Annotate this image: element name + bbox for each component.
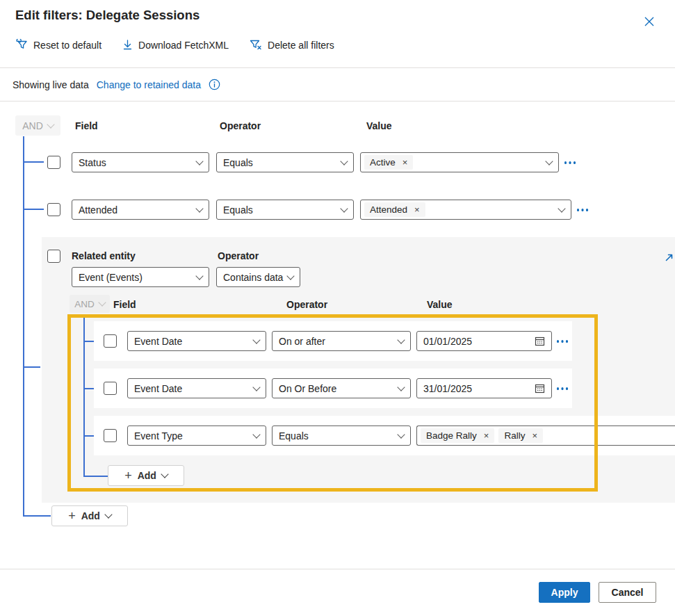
root-add-button[interactable]: + Add xyxy=(51,505,128,526)
chevron-down-icon xyxy=(397,336,405,343)
more-options-button[interactable] xyxy=(564,159,577,167)
group-add-label: Add xyxy=(138,470,156,481)
date-value-field[interactable] xyxy=(416,378,552,398)
root-logical-operator-dropdown: AND xyxy=(15,115,60,136)
plus-icon: + xyxy=(68,510,76,521)
tree-connector xyxy=(23,209,44,210)
row-checkbox[interactable] xyxy=(47,203,60,216)
change-to-retained-data-link[interactable]: Change to retained data xyxy=(97,79,201,90)
operator-dropdown[interactable]: Equals xyxy=(272,425,411,446)
reset-to-default-button[interactable]: Reset to default xyxy=(15,39,101,51)
operator-dropdown[interactable]: Equals xyxy=(216,200,354,220)
value-tag-label: Badge Rally xyxy=(426,430,477,441)
field-dropdown[interactable]: Event Type xyxy=(127,425,266,446)
group-logical-operator-label: AND xyxy=(74,299,95,309)
calendar-icon[interactable] xyxy=(535,383,545,394)
tree-connector xyxy=(23,161,44,163)
tree-connector xyxy=(23,136,24,516)
chevron-down-icon xyxy=(340,204,348,212)
field-dropdown[interactable]: Event Date xyxy=(127,331,266,351)
group-column-header-operator: Operator xyxy=(286,299,327,310)
tag-remove-icon[interactable]: × xyxy=(414,205,420,214)
group-operator-dropdown[interactable]: Contains data xyxy=(216,267,300,287)
value-combobox[interactable]: Badge Rally × Rally × xyxy=(416,425,675,446)
row-checkbox[interactable] xyxy=(104,429,117,442)
ellipsis-icon xyxy=(557,340,559,342)
date-input[interactable] xyxy=(423,336,517,347)
field-dropdown[interactable]: Event Date xyxy=(127,378,266,398)
value-combobox[interactable]: Attended × xyxy=(360,200,571,220)
header-divider xyxy=(0,67,675,68)
root-logical-operator-label: AND xyxy=(22,120,43,131)
row-checkbox[interactable] xyxy=(104,334,117,348)
info-icon[interactable] xyxy=(209,79,220,90)
value-tag-label: Attended xyxy=(370,204,407,215)
operator-dropdown-value: Equals xyxy=(223,204,253,216)
content-divider xyxy=(0,101,675,102)
related-entity-dropdown-value: Event (Events) xyxy=(79,272,143,283)
chevron-down-icon xyxy=(104,510,112,518)
tag-remove-icon[interactable]: × xyxy=(402,158,408,167)
ellipsis-icon xyxy=(577,209,579,211)
row-checkbox[interactable] xyxy=(47,156,60,169)
chevron-down-icon xyxy=(252,336,260,343)
field-dropdown-value: Event Date xyxy=(134,336,182,347)
chevron-down-icon xyxy=(161,470,168,478)
download-fetchxml-label: Download FetchXML xyxy=(138,40,229,51)
date-input[interactable] xyxy=(423,383,517,394)
operator-dropdown[interactable]: On or after xyxy=(272,331,411,351)
reset-to-default-label: Reset to default xyxy=(33,40,101,51)
related-entity-dropdown[interactable]: Event (Events) xyxy=(72,267,209,287)
group-operator-dropdown-value: Contains data xyxy=(223,272,283,283)
operator-dropdown[interactable]: On Or Before xyxy=(272,378,411,398)
chevron-down-icon xyxy=(47,120,54,128)
group-column-header-value: Value xyxy=(427,299,453,310)
more-options-button[interactable] xyxy=(557,384,569,393)
tag-remove-icon[interactable]: × xyxy=(532,431,537,440)
live-data-status-text: Showing live data xyxy=(13,79,89,90)
group-add-button[interactable]: + Add xyxy=(108,465,184,486)
value-tag: Badge Rally × xyxy=(421,428,494,443)
value-tag-label: Rally xyxy=(504,430,525,441)
chevron-down-icon xyxy=(397,383,405,391)
operator-dropdown-value: Equals xyxy=(223,157,253,168)
chevron-down-icon xyxy=(98,298,106,306)
edit-filters-dialog: Edit filters: Delegate Sessions Reset to… xyxy=(0,0,675,616)
tree-connector xyxy=(83,476,108,477)
apply-button[interactable]: Apply xyxy=(539,582,590,603)
value-tag: Active × xyxy=(364,155,413,170)
download-fetchxml-button[interactable]: Download FetchXML xyxy=(122,40,229,51)
cancel-button[interactable]: Cancel xyxy=(599,582,656,603)
field-dropdown[interactable]: Status xyxy=(72,152,209,172)
field-dropdown[interactable]: Attended xyxy=(72,200,209,220)
chevron-down-icon xyxy=(397,430,405,438)
value-tag-label: Active xyxy=(370,157,396,168)
data-mode-bar: Showing live data Change to retained dat… xyxy=(13,79,220,90)
delete-all-filters-label: Delete all filters xyxy=(268,40,334,51)
chevron-down-icon xyxy=(195,204,203,212)
field-dropdown-value: Event Date xyxy=(134,383,182,394)
group-checkbox[interactable] xyxy=(47,250,60,263)
close-button[interactable] xyxy=(640,13,659,32)
related-entity-label: Related entity xyxy=(72,250,136,261)
root-add-label: Add xyxy=(81,510,100,521)
chevron-down-icon xyxy=(252,430,260,438)
expand-group-icon[interactable] xyxy=(664,252,674,263)
tree-connector xyxy=(23,366,40,368)
footer-divider xyxy=(0,569,675,569)
delete-all-filters-button[interactable]: Delete all filters xyxy=(250,39,334,51)
group-logical-operator-dropdown: AND xyxy=(70,295,110,313)
more-options-button[interactable] xyxy=(557,337,569,346)
operator-dropdown[interactable]: Equals xyxy=(216,152,354,172)
tag-remove-icon[interactable]: × xyxy=(484,431,489,440)
row-checkbox[interactable] xyxy=(104,382,117,395)
more-options-button[interactable] xyxy=(577,206,589,214)
value-tag: Rally × xyxy=(498,428,543,443)
date-value-field[interactable] xyxy=(416,331,552,351)
value-combobox[interactable]: Active × xyxy=(360,152,559,172)
tree-connector xyxy=(23,515,51,517)
chevron-down-icon xyxy=(558,204,565,212)
calendar-icon[interactable] xyxy=(535,336,545,346)
ellipsis-icon xyxy=(564,161,567,163)
value-tag: Attended × xyxy=(364,202,425,217)
